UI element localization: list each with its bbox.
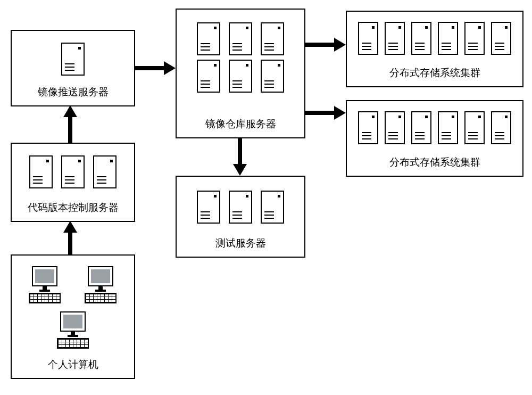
node-label: 分布式存储系统集群 <box>347 66 522 80</box>
server-icon <box>491 111 511 144</box>
server-icon <box>29 155 53 188</box>
arrow-pc-to-version <box>68 232 72 255</box>
server-icon <box>464 111 485 144</box>
node-label: 个人计算机 <box>12 358 134 372</box>
arrow-head-icon <box>233 164 247 176</box>
pc-icon <box>53 311 93 351</box>
node-label: 镜像仓库服务器 <box>177 117 304 131</box>
node-label: 镜像推送服务器 <box>12 85 134 99</box>
arrow-head-icon <box>164 61 176 75</box>
server-icon <box>261 22 284 55</box>
arrow-repo-to-dss-bottom <box>304 111 335 115</box>
server-icon <box>261 60 284 93</box>
node-dss-top: 分布式存储系统集群 <box>346 11 523 87</box>
server-icon <box>358 111 378 144</box>
server-icon <box>385 111 405 144</box>
node-label: 代码版本控制服务器 <box>12 201 134 215</box>
node-label: 测试服务器 <box>177 236 304 250</box>
server-icon <box>229 22 252 55</box>
server-icon <box>491 22 511 55</box>
server-icon <box>261 191 284 224</box>
node-test-server: 测试服务器 <box>176 176 305 258</box>
server-icon <box>358 22 378 55</box>
arrow-repo-to-test <box>238 137 242 165</box>
server-icon <box>197 60 220 93</box>
arrow-head-icon <box>334 38 346 52</box>
arrow-head-icon <box>63 221 77 233</box>
node-label: 分布式存储系统集群 <box>347 155 522 169</box>
pc-icon <box>25 266 64 306</box>
server-icon <box>385 22 405 55</box>
arrow-push-to-repo <box>134 66 165 70</box>
server-icon <box>197 22 220 55</box>
arrow-repo-to-dss-top <box>304 43 335 47</box>
pc-icon <box>81 266 120 306</box>
server-icon <box>93 155 117 188</box>
server-icon <box>464 22 485 55</box>
arrow-head-icon <box>63 105 77 117</box>
server-icon <box>438 22 458 55</box>
node-push-server: 镜像推送服务器 <box>11 30 135 106</box>
node-pc: 个人计算机 <box>11 254 135 379</box>
server-icon <box>411 111 431 144</box>
node-dss-bottom: 分布式存储系统集群 <box>346 100 523 177</box>
server-icon <box>229 191 252 224</box>
node-repo-server: 镜像仓库服务器 <box>176 9 305 138</box>
server-icon <box>411 22 431 55</box>
node-version-control: 代码版本控制服务器 <box>11 143 135 222</box>
server-icon <box>61 155 85 188</box>
server-icon <box>61 43 85 76</box>
arrow-head-icon <box>334 106 346 120</box>
server-icon <box>438 111 458 144</box>
arrow-version-to-push <box>68 116 72 143</box>
server-icon <box>229 60 252 93</box>
server-icon <box>197 191 220 224</box>
